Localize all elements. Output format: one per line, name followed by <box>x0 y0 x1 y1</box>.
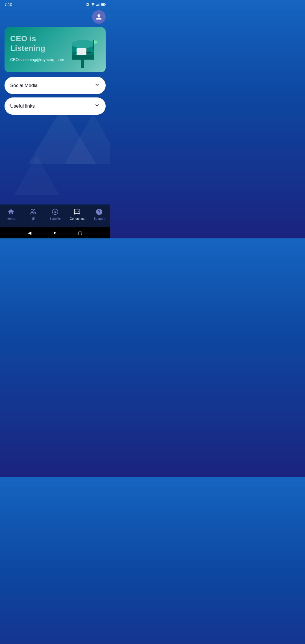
svg-rect-1 <box>101 4 104 5</box>
ceo-title: CEO isListening <box>10 34 100 53</box>
status-icons <box>86 3 106 6</box>
ceo-text: CEO isListening CEOislistening@rayacorp.… <box>10 34 100 62</box>
svg-rect-2 <box>105 4 106 5</box>
status-time: 7:10 <box>5 2 12 7</box>
social-media-accordion[interactable]: Social Media <box>5 77 106 94</box>
support-icon <box>95 208 103 216</box>
nav-label-home: Home <box>7 217 15 220</box>
nav-label-hr: HR <box>31 217 35 220</box>
useful-links-chevron-icon <box>94 103 100 110</box>
nav-label-benefits: Benefits <box>49 217 61 220</box>
nav-item-benefits[interactable]: % Benefits <box>44 207 66 221</box>
useful-links-accordion[interactable]: Useful links <box>5 97 106 115</box>
nav-label-contact-us: Contact us <box>70 217 85 220</box>
main-content: CEO isListening CEOislistening@rayacorp.… <box>0 27 110 204</box>
social-media-label: Social Media <box>10 83 38 88</box>
profile-icon <box>95 13 103 21</box>
svg-point-14 <box>31 209 33 212</box>
android-nav-bar: ◀ ● ▢ <box>0 227 110 238</box>
signal-status-icon <box>96 3 100 6</box>
nav-item-contact-us[interactable]: Contact us <box>66 207 88 221</box>
useful-links-label: Useful links <box>10 103 35 109</box>
ceo-card[interactable]: CEO isListening CEOislistening@rayacorp.… <box>5 27 106 72</box>
svg-point-15 <box>34 210 35 211</box>
home-icon <box>7 208 15 216</box>
status-bar: 7:10 <box>0 0 110 9</box>
android-recents-button[interactable]: ▢ <box>78 230 82 236</box>
wifi-status-icon <box>91 3 95 6</box>
android-home-button[interactable]: ● <box>53 230 56 235</box>
nav-item-home[interactable]: Home <box>0 207 22 221</box>
svg-text:%: % <box>54 210 56 214</box>
ceo-email: CEOislistening@rayacorp.com <box>10 57 100 62</box>
hr-icon <box>29 208 37 216</box>
svg-rect-17 <box>34 212 35 212</box>
settings-status-icon <box>86 3 90 6</box>
nav-item-hr[interactable]: HR <box>22 207 44 221</box>
battery-status-icon <box>101 3 106 6</box>
nav-item-support[interactable]: Support <box>88 207 110 221</box>
android-back-button[interactable]: ◀ <box>28 230 31 236</box>
bottom-nav: Home HR % Benefits <box>0 204 110 227</box>
nav-label-support: Support <box>94 217 105 220</box>
profile-section <box>0 9 110 27</box>
benefits-icon: % <box>51 208 59 216</box>
contact-us-icon <box>73 208 81 216</box>
profile-button[interactable] <box>92 10 106 24</box>
social-media-chevron-icon <box>94 82 100 89</box>
